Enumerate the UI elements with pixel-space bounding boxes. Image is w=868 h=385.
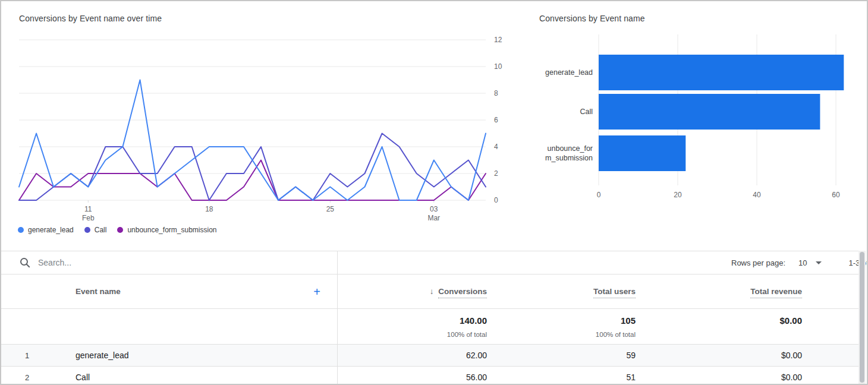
total-revenue-header-label: Total revenue [750,287,802,298]
legend-label: Call [95,226,107,234]
totals-users-pct: 100% of total [487,331,636,338]
event-name-header: Event name + [37,286,337,298]
totals-users-value: 105 [487,315,636,326]
generate_lead-bar [599,55,844,90]
unbounce_form_submission-line [19,160,486,201]
y-axis-label: 0 [494,196,498,204]
total-users-cell: 51 [487,373,636,382]
x-axis-label: 40 [753,191,761,199]
legend-item-unbounce-form-submission: unbounce_form_submission [117,226,216,234]
search-icon [20,257,30,268]
column-divider [337,251,338,385]
sort-descending-icon: ↓ [430,287,434,296]
y-axis-label: 8 [494,89,498,97]
conversions-header-label: Conversions [438,287,487,298]
total-users-cell: 59 [487,351,636,360]
table-header-row: Event name + ↓ Conversions Total users T… [1,274,860,308]
legend-label: unbounce_form_submission [127,226,216,234]
totals-conversions-cell: 140.00 100% of total [337,315,487,338]
totals-conversions-pct: 100% of total [337,331,487,338]
x-axis-label: 20 [674,191,682,199]
x-axis-label: Feb [82,214,95,222]
scrollbar[interactable] [858,251,866,385]
totals-revenue-value: $0.00 [636,315,802,326]
rows-per-page-label: Rows per page: [731,258,785,267]
category-label: m_submission [545,154,593,162]
conversions-header[interactable]: ↓ Conversions [337,287,487,296]
total-revenue-cell: $0.00 [636,373,802,382]
bar-chart-title: Conversions by Event name [539,14,645,23]
legend-item-generate-lead: generate_lead [18,226,74,234]
scrollbar-thumb[interactable] [860,252,864,383]
y-axis-label: 4 [494,143,498,151]
category-label: unbounce_for [548,144,593,153]
analytics-report-page: Conversions by Event name over time 0246… [0,0,868,385]
add-column-button[interactable]: + [313,286,320,298]
legend-item-call: Call [84,226,107,234]
row-number: 1 [1,351,37,360]
total-users-header[interactable]: Total users [487,287,636,296]
Call-bar [599,94,820,130]
table-row: 2 Call 56.00 51 $0.00 [1,366,860,385]
x-axis-label: 60 [832,191,840,199]
rows-per-page-select[interactable]: 10 [798,258,821,267]
x-axis-label: 11 [84,205,92,213]
generate-lead-dot-icon [18,227,24,233]
event-name-header-label: Event name [76,287,121,296]
y-axis-label: 10 [494,62,502,71]
unbounce-form-submission-dot-icon [117,227,123,233]
search-input[interactable] [38,258,228,267]
table-toolbar: Rows per page: 10 1-3 of 3 [1,251,860,274]
chevron-down-icon [816,261,822,264]
event-name-cell: generate_lead [37,351,337,360]
legend-label: generate_lead [28,226,74,234]
x-axis-label: 25 [326,205,335,213]
total-revenue-header[interactable]: Total revenue [636,287,802,296]
x-axis-label: 18 [205,205,213,213]
y-axis-label: 6 [494,116,498,124]
totals-revenue-cell: $0.00 [636,315,802,326]
call-dot-icon [84,227,90,233]
x-axis-label: Mar [427,214,440,222]
event-name-cell: Call [37,373,337,382]
unbounce_form_submission-bar [599,135,685,171]
x-axis-label: 03 [430,205,438,213]
category-label: Call [580,108,593,116]
Call-line [19,134,486,201]
line-chart: 02468101211Feb182503Mar [14,30,514,226]
x-axis-label: 0 [597,191,601,199]
total-revenue-cell: $0.00 [636,351,802,360]
row-number: 2 [1,373,37,382]
conversions-cell: 56.00 [337,373,487,382]
bar-chart: 0204060generate_leadCallunbounce_form_su… [539,30,868,208]
rows-per-page-value: 10 [798,258,807,267]
pagination-controls: Rows per page: 10 1-3 of 3 [731,251,868,274]
category-label: generate_lead [545,68,593,77]
line-chart-title: Conversions by Event name over time [19,14,162,23]
totals-conversions-value: 140.00 [337,315,487,326]
total-users-header-label: Total users [593,287,636,298]
totals-users-cell: 105 100% of total [487,315,636,338]
generate_lead-line [19,80,486,201]
table-row: 1 generate_lead 62.00 59 $0.00 [1,344,860,366]
conversions-cell: 62.00 [337,351,487,360]
table-totals-row: 140.00 100% of total 105 100% of total $… [1,308,860,344]
events-table-section: Rows per page: 10 1-3 of 3 Event name + … [1,251,860,385]
y-axis-label: 2 [494,169,498,178]
line-chart-legend: generate_lead Call unbounce_form_submiss… [18,226,217,234]
y-axis-label: 12 [494,36,502,44]
